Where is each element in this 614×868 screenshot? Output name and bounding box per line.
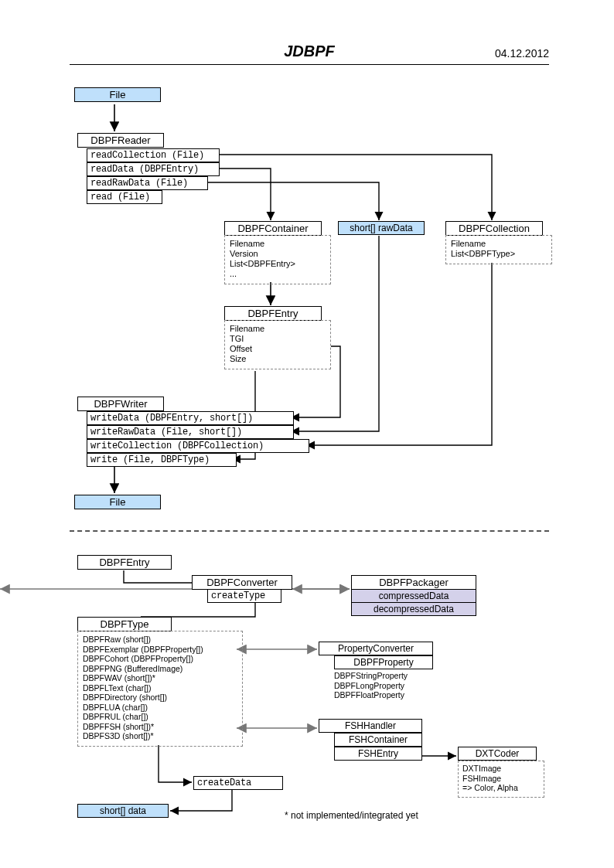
createdata-method: createData [193, 776, 283, 790]
dbpfentry-title-text: DBPFEntry [225, 307, 321, 320]
container-f3: ... [230, 269, 326, 279]
converter-method: createType [207, 589, 281, 603]
dbpfwriter-title: DBPFWriter [77, 397, 164, 411]
packager-row2: decompressedData [351, 602, 476, 616]
dbpfentry-title: DBPFEntry [224, 306, 322, 321]
dbpfpackager-title: DBPFPackager [351, 575, 476, 590]
packager-row1-text: compressedData [352, 590, 476, 602]
dbpfreader-title: DBPFReader [77, 133, 164, 148]
propconverter-title-text: PropertyConverter [319, 642, 432, 655]
dbpfcontainer-title: DBPFContainer [224, 221, 322, 236]
file-top-label: File [75, 88, 160, 101]
fshcontainer-title-text: FSHContainer [335, 734, 421, 746]
dxtcoder-title: DXTCoder [458, 747, 537, 761]
dbpfconverter-title: DBPFConverter [192, 575, 292, 590]
dbpftype-i5: DBPFLText (char[]) [83, 683, 237, 693]
propconverter-items: DBPFStringProperty DBPFLongProperty DBPF… [334, 671, 408, 700]
container-f1: Version [230, 249, 326, 259]
fshhandler-title: FSHHandler [319, 719, 422, 733]
dbpfentry-fields: Filename TGI Offset Size [224, 320, 331, 369]
fshcontainer-title: FSHContainer [334, 733, 422, 747]
rawdata-text: short[] rawData [339, 222, 424, 234]
footnote: * not implemented/integrated yet [285, 810, 418, 821]
dbpftype-i6: DBPFDirectory (short[]) [83, 693, 237, 703]
file-bottom-box: File [74, 495, 161, 509]
fshentry-title: FSHEntry [334, 747, 422, 761]
dxtcoder-title-text: DXTCoder [459, 747, 536, 760]
dbpfpackager-title-text: DBPFPackager [352, 576, 476, 589]
shortdata-text: short[] data [78, 805, 168, 817]
dbpftype-i2: DBPFCohort (DBPFProperty[]) [83, 654, 237, 664]
entry-f1: TGI [230, 334, 326, 344]
propconverter-title: PropertyConverter [319, 642, 433, 655]
dbpftype-i9: DBPFFSH (short[])* [83, 722, 237, 732]
reader-method-0: readCollection (File) [87, 148, 220, 162]
dxt-i1: FSHImage [462, 774, 540, 784]
dbpftype-i8: DBPFRUL (char[]) [83, 712, 237, 722]
dbpftype-i7: DBPFLUA (char[]) [83, 703, 237, 713]
shortdata-box: short[] data [77, 804, 169, 818]
reader-method-3: read (File) [87, 190, 162, 204]
file-bottom-label: File [75, 495, 160, 509]
prop-i0: DBPFStringProperty [334, 671, 408, 681]
dbpfreader-title-text: DBPFReader [78, 134, 163, 147]
dbpfentry2-box: DBPFEntry [77, 555, 172, 570]
section-divider [70, 530, 549, 532]
dbpfproperty-title-text: DBPFProperty [335, 656, 432, 669]
dbpfcollection-fields: Filename List<DBPFType> [445, 235, 552, 264]
entry-f2: Offset [230, 344, 326, 354]
dbpfcollection-title: DBPFCollection [445, 221, 543, 236]
dbpftype-i3: DBPFPNG (BufferedImage) [83, 664, 237, 674]
packager-row2-text: decompressedData [352, 603, 476, 615]
container-f2: List<DBPFEntry> [230, 259, 326, 269]
dbpftype-i10: DBPFS3D (short[])* [83, 731, 237, 741]
dbpfcontainer-title-text: DBPFContainer [225, 222, 321, 235]
reader-method-1: readData (DBPFEntry) [87, 162, 220, 176]
dbpfproperty-title: DBPFProperty [334, 655, 433, 669]
dxt-i2: => Color, Alpha [462, 783, 540, 793]
container-f0: Filename [230, 239, 326, 249]
fshentry-title-text: FSHEntry [335, 747, 421, 760]
dbpftype-title: DBPFType [77, 617, 172, 631]
dbpfwriter-title-text: DBPFWriter [78, 397, 163, 410]
prop-i1: DBPFLongProperty [334, 681, 408, 691]
dbpftype-title-text: DBPFType [78, 618, 171, 631]
dxt-i0: DXTImage [462, 764, 540, 774]
dbpfcollection-title-text: DBPFCollection [446, 222, 542, 235]
entry-f0: Filename [230, 324, 326, 334]
dbpfcontainer-fields: Filename Version List<DBPFEntry> ... [224, 235, 331, 284]
writer-method-1: writeRawData (File, short[]) [87, 425, 294, 439]
dbpftype-items: DBPFRaw (short[]) DBPFExemplar (DBPFProp… [77, 631, 243, 747]
entry-f3: Size [230, 354, 326, 364]
reader-method-2: readRawData (File) [87, 176, 208, 190]
packager-row1: compressedData [351, 589, 476, 603]
writer-method-3: write (File, DBPFType) [87, 453, 237, 467]
collection-f0: Filename [451, 239, 547, 249]
dbpfconverter-title-text: DBPFConverter [193, 576, 292, 589]
fshhandler-title-text: FSHHandler [319, 720, 421, 732]
writer-method-2: writeCollection (DBPFCollection) [87, 439, 309, 453]
dbpfentry2-text: DBPFEntry [78, 556, 171, 569]
writer-method-0: writeData (DBPFEntry, short[]) [87, 411, 294, 425]
dbpftype-i4: DBPFWAV (short[])* [83, 673, 237, 683]
collection-f1: List<DBPFType> [451, 249, 547, 259]
file-top-box: File [74, 87, 161, 102]
dxtcoder-items: DXTImage FSHImage => Color, Alpha [458, 761, 544, 798]
dbpftype-i0: DBPFRaw (short[]) [83, 635, 237, 645]
prop-i2: DBPFFloatProperty [334, 690, 408, 700]
rawdata-box: short[] rawData [338, 221, 425, 235]
dbpftype-i1: DBPFExemplar (DBPFProperty[]) [83, 645, 237, 655]
